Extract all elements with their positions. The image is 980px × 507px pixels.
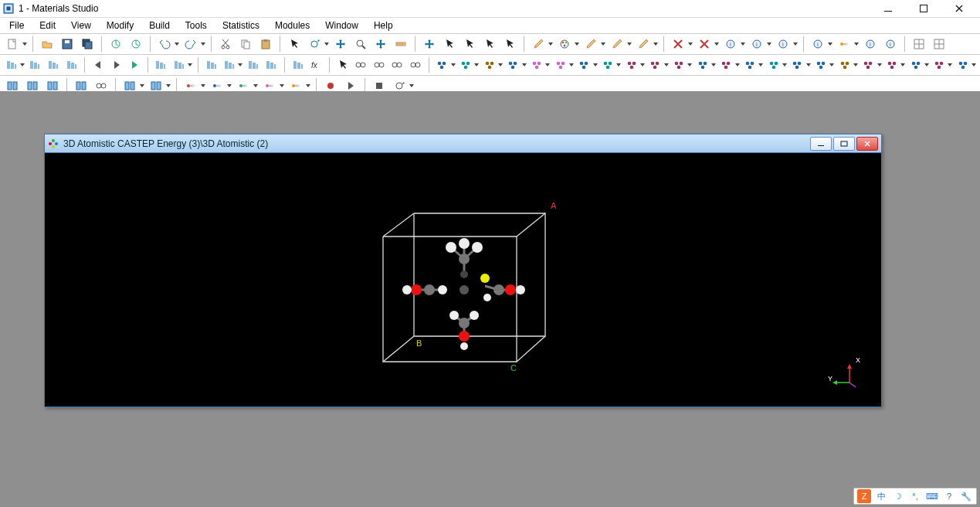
toolbtn-rotate-dropdown[interactable] — [324, 42, 330, 46]
toolbtn-angle-b[interactable] — [245, 56, 262, 74]
window-minimize-button[interactable] — [870, 0, 906, 17]
toolbtn-layers-a[interactable] — [171, 56, 188, 74]
menu-window[interactable]: Window — [317, 19, 366, 32]
toolbtn-cursor[interactable] — [285, 35, 303, 53]
toolbtn-fragment[interactable]: i — [721, 35, 740, 53]
ime-keyboard-icon[interactable]: ⌨ — [925, 489, 939, 503]
toolbtn-m-amorph-dropdown[interactable] — [497, 63, 503, 67]
toolbtn-angle-a[interactable] — [221, 56, 238, 74]
toolbtn-atom-e-dropdown[interactable] — [305, 83, 311, 88]
toolbtn-m-dyn[interactable] — [457, 56, 474, 74]
toolbtn-paste[interactable] — [256, 35, 275, 53]
toolbtn-m-vamp[interactable] — [741, 56, 758, 74]
toolbtn-m-sorpt[interactable] — [717, 56, 734, 74]
toolbtn-m-refl[interactable] — [694, 56, 711, 74]
toolbtn-m-qmera-dropdown[interactable] — [877, 63, 882, 67]
toolbtn-new[interactable] — [3, 35, 22, 53]
doc-maximize-button[interactable] — [833, 137, 855, 151]
toolbtn-m-crystal[interactable] — [528, 56, 545, 74]
toolbtn-info[interactable]: i — [881, 35, 900, 53]
ime-app-icon[interactable]: Z — [857, 489, 871, 503]
toolbtn-xyz4[interactable] — [63, 56, 80, 74]
toolbtn-fragment-dropdown[interactable] — [740, 42, 746, 46]
toolbtn-m-elec-dropdown[interactable] — [450, 63, 456, 67]
toolbtn-xyz1-dropdown[interactable] — [20, 63, 25, 67]
toolbtn-m-gauss-dropdown[interactable] — [687, 63, 693, 67]
toolbtn-dihedral-dropdown[interactable] — [653, 42, 659, 46]
toolbtn-m-sorpt-dropdown[interactable] — [734, 63, 740, 67]
toolbtn-m-vamp-dropdown[interactable] — [758, 63, 764, 67]
toolbtn-m-post-dropdown[interactable] — [972, 63, 977, 67]
toolbtn-bond-edit[interactable] — [582, 35, 600, 53]
toolbtn-delete-atom-dropdown[interactable] — [687, 42, 693, 46]
toolbtn-m-cosmo[interactable] — [647, 56, 664, 74]
toolbtn-home[interactable] — [407, 56, 424, 74]
toolbtn-angle-edit[interactable] — [608, 35, 626, 53]
toolbtn-angle-a-dropdown[interactable] — [238, 63, 243, 67]
menu-view[interactable]: View — [63, 19, 99, 32]
toolbtn-torus[interactable] — [389, 56, 406, 74]
toolbtn-m-poly[interactable] — [505, 56, 522, 74]
toolbtn-next[interactable] — [108, 56, 125, 74]
toolbtn-h-add-dropdown[interactable] — [827, 42, 833, 46]
toolbtn-m-opt[interactable] — [599, 56, 616, 74]
toolbtn-xyz2[interactable] — [27, 56, 44, 74]
toolbtn-node[interactable] — [371, 56, 388, 74]
ime-mode-button[interactable]: 中 — [874, 489, 888, 503]
toolbtn-pencil[interactable] — [529, 35, 548, 53]
toolbtn-new-dropdown[interactable] — [22, 42, 28, 46]
toolbtn-label[interactable]: i — [774, 35, 792, 53]
toolbtn-m-qmera[interactable] — [860, 56, 877, 74]
toolbtn-pick-bond[interactable] — [480, 35, 499, 53]
toolbtn-m-elec[interactable] — [434, 56, 451, 74]
toolbtn-open[interactable] — [38, 35, 56, 53]
ime-settings-button[interactable]: 🔧 — [959, 489, 973, 503]
menu-modules[interactable]: Modules — [267, 19, 317, 32]
menu-build[interactable]: Build — [141, 19, 178, 32]
toolbtn-m-stat-dropdown[interactable] — [924, 63, 929, 67]
toolbtn-select-a[interactable] — [263, 56, 280, 74]
toolbtn-bond-edit-dropdown[interactable] — [600, 42, 606, 46]
menu-tools[interactable]: Tools — [178, 19, 215, 32]
toolbtn-refresh[interactable] — [127, 35, 145, 53]
menu-modify[interactable]: Modify — [99, 19, 141, 32]
ime-help-button[interactable]: ? — [942, 489, 956, 503]
menu-file[interactable]: File — [2, 19, 32, 32]
toolbtn-copy[interactable] — [236, 35, 255, 53]
toolbtn-charge-dropdown[interactable] — [766, 42, 772, 46]
toolbtn-win-rebuild-dropdown[interactable] — [165, 83, 171, 88]
toolbtn-xyz3[interactable] — [45, 56, 62, 74]
toolbtn-layers-a-dropdown[interactable] — [188, 63, 193, 67]
toolbtn-atom-style-dropdown[interactable] — [853, 42, 860, 46]
toolbtn-measure[interactable] — [392, 35, 410, 53]
toolbtn-color-dropdown[interactable] — [574, 42, 580, 46]
toolbtn-m-dmol[interactable] — [812, 56, 829, 74]
toolbtn-save-all[interactable] — [78, 35, 97, 53]
toolbtn-m-opt-dropdown[interactable] — [616, 63, 622, 67]
toolbtn-play[interactable] — [126, 56, 143, 74]
window-close-button[interactable] — [941, 0, 977, 17]
ime-toolbar[interactable]: Z 中 ☽ °, ⌨ ? 🔧 — [853, 488, 977, 505]
toolbtn-m-morph-dropdown[interactable] — [639, 63, 645, 67]
menu-help[interactable]: Help — [366, 19, 401, 32]
window-maximize-button[interactable] — [906, 0, 941, 17]
toolbtn-loop-dropdown[interactable] — [409, 83, 415, 88]
toolbtn-m-gauss[interactable] — [670, 56, 687, 74]
toolbtn-m-refl-dropdown[interactable] — [710, 63, 716, 67]
toolbtn-m-forcite[interactable] — [552, 56, 569, 74]
menu-edit[interactable]: Edit — [32, 19, 63, 32]
toolbtn-label-dropdown[interactable] — [792, 42, 799, 46]
toolbtn-redo[interactable] — [181, 35, 200, 53]
toolbtn-pick-atom[interactable] — [460, 35, 479, 53]
doc-close-button[interactable] — [856, 137, 878, 151]
toolbtn-ptr[interactable] — [334, 56, 351, 74]
toolbtn-m-onetep-dropdown[interactable] — [853, 63, 858, 67]
toolbtn-layers-b[interactable] — [203, 56, 220, 74]
toolbtn-grid2[interactable] — [930, 35, 948, 53]
toolbtn-select-b[interactable] — [290, 56, 307, 74]
doc-minimize-button[interactable] — [810, 137, 832, 151]
toolbtn-fx[interactable]: fx — [308, 56, 325, 74]
ime-moon-icon[interactable]: ☽ — [891, 489, 905, 503]
toolbtn-undo[interactable] — [155, 35, 174, 53]
toolbtn-save[interactable] — [58, 35, 76, 53]
